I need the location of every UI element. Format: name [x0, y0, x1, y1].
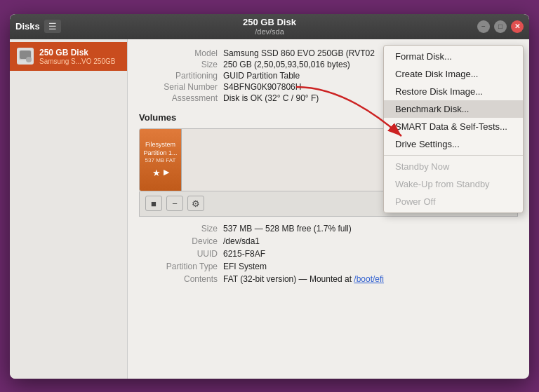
maximize-button[interactable]: □ — [494, 20, 507, 33]
app-name-label: Disks — [15, 21, 40, 32]
detail-device-value: /dev/sda1 — [223, 236, 260, 246]
minimize-button[interactable]: − — [477, 20, 490, 33]
sidebar-item-text: 250 GB Disk Samsung S...VO 250GB — [39, 48, 115, 65]
detail-uuid-value: 6215-F8AF — [223, 249, 265, 259]
svg-rect-0 — [19, 50, 32, 60]
disk-icon — [17, 48, 34, 65]
detail-contents-value: FAT (32-bit version) — Mounted at /boot/… — [223, 274, 384, 284]
close-button[interactable]: ✕ — [511, 20, 524, 33]
partition-1[interactable]: Filesystem Partition 1... 537 MB FAT ★ ▶ — [140, 129, 182, 191]
main-window: Disks ☰ 250 GB Disk /dev/sda − □ ✕ — [10, 14, 529, 379]
sidebar-item-disk[interactable]: 250 GB Disk Samsung S...VO 250GB — [10, 42, 127, 71]
menu-separator — [384, 155, 523, 156]
menu-item-restore-image[interactable]: Restore Disk Image... — [384, 83, 523, 100]
menu-item-benchmark[interactable]: Benchmark Disk... — [384, 100, 523, 118]
svg-point-3 — [28, 58, 30, 60]
window-subtitle: /dev/sda — [243, 27, 296, 36]
detail-contents-row: Contents FAT (32-bit version) — Mounted … — [139, 273, 518, 285]
partition1-line3: 537 MB FAT — [145, 157, 176, 163]
svg-rect-1 — [20, 52, 30, 57]
contents-link[interactable]: /boot/efi — [354, 274, 384, 284]
play-icon-p1: ▶ — [164, 168, 169, 178]
menu-item-power-off: Power Off — [384, 193, 523, 210]
menu-item-standby-now: Standby Now — [384, 158, 523, 175]
partition1-line1: Filesystem — [145, 141, 175, 149]
star-icon-p1: ★ — [152, 168, 161, 178]
sidebar-disk-sub: Samsung S...VO 250GB — [39, 58, 115, 65]
assessment-value: Disk is OK (32° C / 90° F) — [223, 93, 319, 103]
partition1-line2: Partition 1... — [143, 149, 177, 158]
detail-parttype-row: Partition Type EFI System — [139, 260, 518, 273]
sidebar: 250 GB Disk Samsung S...VO 250GB — [10, 39, 128, 379]
menu-item-drive-settings[interactable]: Drive Settings... — [384, 135, 523, 153]
contents-prefix: FAT (32-bit version) — Mounted at — [223, 274, 354, 284]
detail-contents-label: Contents — [139, 274, 223, 284]
model-label: Model — [139, 48, 223, 58]
window-title: 250 GB Disk — [243, 17, 296, 27]
detail-size-label: Size — [139, 224, 223, 234]
partitioning-label: Partitioning — [139, 71, 223, 81]
remove-volume-button[interactable]: − — [166, 196, 183, 211]
serial-label: Serial Number — [139, 82, 223, 92]
detail-parttype-value: EFI System — [223, 262, 267, 271]
settings-volume-button[interactable]: ⚙ — [187, 196, 204, 211]
menu-item-wakeup: Wake-Up from Standby — [384, 175, 523, 193]
detail-uuid-row: UUID 6215-F8AF — [139, 248, 518, 260]
serial-value: S4BFNG0K907806H — [223, 82, 301, 92]
sidebar-disk-name: 250 GB Disk — [39, 48, 115, 58]
stop-volume-button[interactable]: ■ — [145, 196, 162, 211]
dropdown-menu: Format Disk... Create Disk Image... Rest… — [383, 45, 524, 213]
model-value: Samsung SSD 860 EVO 250GB (RVT02 — [223, 48, 375, 58]
menu-item-format-disk[interactable]: Format Disk... — [384, 48, 523, 65]
size-value: 250 GB (2,50,05,93,50,016 bytes) — [223, 60, 350, 69]
detail-parttype-label: Partition Type — [139, 262, 223, 271]
menu-item-create-image[interactable]: Create Disk Image... — [384, 65, 523, 83]
detail-device-label: Device — [139, 236, 223, 246]
partitioning-value: GUID Partition Table — [223, 71, 300, 81]
titlebar-left: Disks ☰ — [15, 20, 61, 33]
titlebar: Disks ☰ 250 GB Disk /dev/sda − □ ✕ — [10, 14, 529, 39]
size-label: Size — [139, 60, 223, 69]
content-area: Model Samsung SSD 860 EVO 250GB (RVT02 S… — [128, 39, 529, 379]
menu-item-smart[interactable]: SMART Data & Self-Tests... — [384, 118, 523, 135]
detail-size-row: Size 537 MB — 528 MB free (1.7% full) — [139, 222, 518, 235]
hamburger-menu-button[interactable]: ☰ — [44, 20, 61, 33]
volume-details-table: Size 537 MB — 528 MB free (1.7% full) De… — [139, 222, 518, 285]
assessment-label: Assessment — [139, 93, 223, 103]
titlebar-center: 250 GB Disk /dev/sda — [243, 17, 296, 36]
detail-uuid-label: UUID — [139, 249, 223, 259]
detail-device-row: Device /dev/sda1 — [139, 235, 518, 248]
svg-point-2 — [27, 56, 31, 60]
main-area: 250 GB Disk Samsung S...VO 250GB Model S… — [10, 39, 529, 379]
detail-size-value: 537 MB — 528 MB free (1.7% full) — [223, 224, 352, 234]
titlebar-controls: − □ ✕ — [477, 20, 524, 33]
